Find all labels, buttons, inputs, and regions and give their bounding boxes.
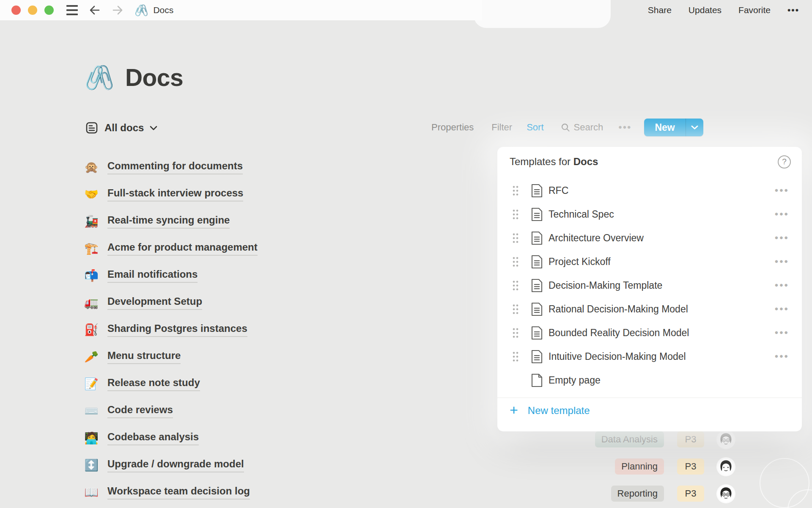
doc-emoji-icon: ⌨️ [83, 406, 99, 417]
new-template-button[interactable]: + New template [497, 398, 802, 423]
properties-button[interactable]: Properties [431, 122, 474, 133]
template-label: Technical Spec [549, 209, 775, 220]
chevron-down-icon [691, 125, 698, 130]
new-button-dropdown[interactable] [686, 119, 703, 136]
doc-title-link[interactable]: Codebase analysis [107, 431, 199, 445]
doc-row[interactable]: 🥕Menu structure [83, 343, 258, 370]
plus-icon: + [510, 403, 518, 417]
template-row[interactable]: RFC ••• [497, 179, 802, 202]
drag-handle-icon[interactable] [512, 185, 519, 196]
doc-title-link[interactable]: Full-stack interview process [107, 187, 243, 202]
titlebar-actions: Share Updates Favorite ••• [648, 0, 812, 20]
zoom-window-button[interactable] [44, 6, 54, 15]
doc-row[interactable]: ↕️Upgrade / downgrade model [83, 452, 258, 479]
template-menu-icon[interactable]: ••• [775, 185, 789, 196]
sidebar-toggle-icon[interactable] [66, 5, 78, 15]
priority-badge[interactable]: P3 [677, 486, 704, 502]
doc-row[interactable]: 🏗️Acme for product management [83, 235, 258, 262]
doc-emoji-icon: ↕️ [83, 460, 99, 471]
minimize-window-button[interactable] [28, 6, 37, 15]
doc-row[interactable]: 📬Email notifications [83, 262, 258, 289]
back-arrow-icon[interactable] [89, 4, 101, 16]
doc-row[interactable]: 📝Release note study [83, 370, 258, 398]
doc-row[interactable]: 🤝Full-stack interview process [83, 181, 258, 208]
drag-handle-icon[interactable] [512, 280, 519, 291]
tag-badge[interactable]: Data Analysis [595, 431, 664, 447]
page-emoji-icon: 🖇️ [85, 66, 114, 89]
drag-handle-icon[interactable] [512, 233, 519, 243]
templates-popup-title: Templates for Docs [510, 156, 598, 168]
updates-button[interactable]: Updates [689, 5, 721, 15]
doc-title-link[interactable]: Commenting for documents [107, 160, 243, 174]
sort-button[interactable]: Sort [527, 122, 543, 133]
template-row[interactable]: Decision-Making Template ••• [497, 273, 802, 297]
priority-badge[interactable]: P3 [677, 458, 704, 475]
more-options-icon[interactable]: ••• [787, 5, 799, 15]
close-window-button[interactable] [11, 6, 21, 15]
template-row[interactable]: Intuitive Decision-Making Model ••• [497, 345, 802, 368]
doc-row[interactable]: 📖Workspace team decision log [83, 479, 258, 506]
template-row[interactable]: Rational Decision-Making Model ••• [497, 297, 802, 321]
share-button[interactable]: Share [648, 5, 672, 15]
doc-title-link[interactable]: Real-time syncing engine [107, 214, 230, 229]
tag-badge[interactable]: Reporting [611, 486, 664, 502]
template-row[interactable]: Project Kickoff ••• [497, 250, 802, 273]
view-switcher[interactable]: All docs [85, 119, 157, 136]
template-row[interactable]: Technical Spec ••• [497, 202, 802, 226]
doc-row[interactable]: 🚛Development Setup [83, 289, 258, 316]
priority-badge[interactable]: P3 [677, 431, 704, 447]
document-icon [531, 207, 543, 221]
doc-row[interactable]: ⌨️Code reviews [83, 398, 258, 425]
doc-title-link[interactable]: Email notifications [107, 268, 198, 283]
templates-popup-header: Templates for Docs ? [497, 153, 802, 171]
doc-title-link[interactable]: Sharding Postgres instances [107, 323, 247, 337]
search-button[interactable]: Search [561, 122, 604, 133]
tag-badge[interactable]: Planning [615, 458, 664, 475]
favorite-button[interactable]: Favorite [738, 5, 771, 15]
template-menu-icon[interactable]: ••• [775, 256, 789, 268]
doc-title-link[interactable]: Acme for product management [107, 241, 258, 256]
empty-page-row[interactable]: Empty page [497, 368, 802, 392]
app-window: 🖇️ Docs Share Updates Favorite ••• 🖇️ Do… [0, 0, 812, 508]
drag-handle-icon[interactable] [512, 257, 519, 267]
doc-emoji-icon: 🤝 [83, 189, 99, 200]
template-menu-icon[interactable]: ••• [775, 327, 789, 339]
new-template-label: New template [528, 405, 590, 417]
doc-row[interactable]: 🚂Real-time syncing engine [83, 208, 258, 235]
drag-handle-icon[interactable] [512, 328, 519, 338]
doc-row[interactable]: 🧑‍💻Codebase analysis [83, 425, 258, 452]
drag-handle-icon[interactable] [512, 351, 519, 362]
traffic-lights [11, 6, 54, 15]
new-button-group: New [644, 119, 703, 136]
template-row[interactable]: Bounded Reality Decision Model ••• [497, 321, 802, 345]
doc-title-link[interactable]: Code reviews [107, 404, 173, 418]
doc-title-link[interactable]: Development Setup [107, 295, 202, 310]
doc-row[interactable]: ⛽Sharding Postgres instances [83, 316, 258, 343]
template-menu-icon[interactable]: ••• [775, 232, 789, 244]
template-menu-icon[interactable]: ••• [775, 208, 789, 220]
doc-title-link[interactable]: Release note study [107, 377, 200, 391]
drag-handle-icon[interactable] [512, 304, 519, 315]
avatar[interactable] [718, 486, 734, 502]
template-row[interactable]: Architecture Overview ••• [497, 226, 802, 250]
doc-emoji-icon: 🧑‍💻 [83, 433, 99, 444]
help-icon[interactable]: ? [778, 155, 791, 168]
avatar[interactable] [718, 431, 734, 448]
template-label: RFC [549, 185, 775, 196]
drag-handle-icon[interactable] [512, 209, 519, 220]
document-icon [531, 279, 543, 293]
document-icon [531, 350, 543, 364]
template-menu-icon[interactable]: ••• [775, 351, 789, 362]
toolbar-more-icon[interactable]: ••• [618, 121, 631, 133]
new-button[interactable]: New [644, 119, 685, 136]
doc-title-link[interactable]: Upgrade / downgrade model [107, 458, 244, 472]
avatar[interactable] [718, 458, 734, 475]
titlebar-highlight-shape [474, 0, 611, 28]
doc-title-link[interactable]: Workspace team decision log [107, 485, 250, 500]
doc-title-link[interactable]: Menu structure [107, 350, 181, 364]
template-menu-icon[interactable]: ••• [775, 279, 789, 291]
doc-row[interactable]: 🙊Commenting for documents [83, 154, 258, 181]
template-menu-icon[interactable]: ••• [775, 303, 789, 315]
forward-arrow-icon[interactable] [112, 4, 123, 16]
filter-button[interactable]: Filter [491, 122, 512, 133]
